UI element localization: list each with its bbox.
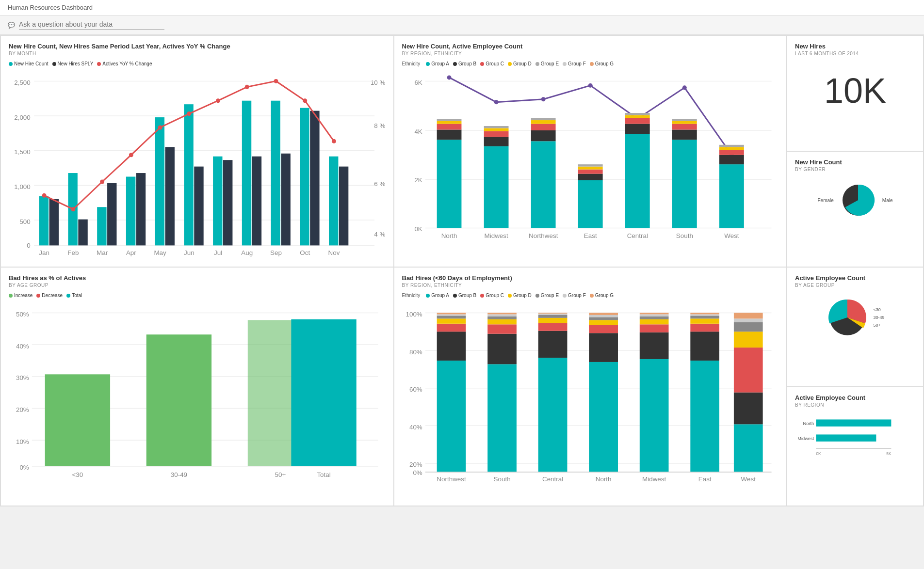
legend-label-yoy: Actives YoY % Change <box>102 61 152 66</box>
b5-mw-e <box>639 316 668 319</box>
card-new-hires-6m: New Hires LAST 6 MONTHS OF 2014 10K <box>787 36 923 151</box>
bar2-midwest-e <box>484 126 508 128</box>
yoy-dot-sep <box>274 79 278 83</box>
svg-text:West: West <box>724 232 739 239</box>
svg-text:West: West <box>741 476 756 483</box>
card-active-region: Active Employee Count BY REGION North Mi… <box>787 387 923 506</box>
bar-may-nh <box>155 117 164 245</box>
l2e-dot <box>535 62 539 66</box>
svg-text:Central: Central <box>542 476 563 483</box>
yoy-dot-apr <box>129 153 133 157</box>
b5-c-g <box>538 313 567 314</box>
svg-text:2,500: 2,500 <box>14 79 31 86</box>
yoy-dot-aug <box>245 85 249 89</box>
region-north-label: North <box>803 421 814 426</box>
svg-text:North: North <box>595 476 611 483</box>
legend-dot-new-hire <box>9 62 13 66</box>
svg-text:1,000: 1,000 <box>14 183 31 190</box>
bar2-east-a <box>578 180 602 228</box>
b5-e-e <box>690 316 719 319</box>
l5a-label: Group A <box>431 293 449 298</box>
bar2-north-d <box>437 121 461 124</box>
bar2-midwest-c <box>484 131 508 137</box>
card-bad-hires-60d: Bad Hires (<60 Days of Employment) BY RE… <box>394 268 787 506</box>
active-dot-east <box>588 83 592 88</box>
card4-legend: Increase Decrease Total <box>9 293 386 298</box>
card7-subtitle: BY AGE GROUP <box>795 283 915 288</box>
b5-nw-g <box>437 313 466 315</box>
svg-text:Jun: Jun <box>184 249 195 256</box>
chart8-svg: North Midwest 0K 5K <box>795 412 915 462</box>
l2b-dot <box>453 62 457 66</box>
bottom-right-panel: Active Employee Count BY AGE GROUP <30 3… <box>787 268 923 506</box>
legend2-e: Group E <box>535 61 559 66</box>
svg-text:100%: 100% <box>405 311 422 318</box>
l5g-label: Group G <box>595 293 614 298</box>
chart1-svg: 2,500 2,000 1,500 1,000 500 0 10 % 8 % 6… <box>9 70 386 258</box>
bar2-south-e <box>672 119 697 121</box>
svg-text:0%: 0% <box>413 469 422 476</box>
l2g-dot <box>590 62 594 66</box>
l5c-dot <box>480 294 484 298</box>
bar2-west-b <box>719 155 744 164</box>
card6-title: New Hire Count <box>795 158 915 166</box>
yoy-dot-jun <box>187 111 191 116</box>
legend2-c: Group C <box>480 61 504 66</box>
svg-text:Jul: Jul <box>214 249 222 256</box>
bar-aug-sply <box>252 157 261 246</box>
svg-text:East: East <box>698 476 711 483</box>
bar2-north-a <box>437 140 461 228</box>
b5-w-b <box>733 393 762 425</box>
legend-label-sply: New Hires SPLY <box>58 61 94 66</box>
l5g-dot <box>590 294 594 298</box>
card3-value: 10K <box>795 61 915 120</box>
card-new-hire-month: New Hire Count, New Hires Same Period La… <box>1 36 393 267</box>
svg-text:<30: <30 <box>72 472 83 479</box>
svg-text:South: South <box>493 476 510 483</box>
legend-new-hire: New Hire Count <box>9 61 49 66</box>
bar2-nw-d <box>531 120 555 124</box>
bar-feb-sply <box>78 220 87 246</box>
bar-nov-sply <box>339 167 348 246</box>
card-bad-hires-pct: Bad Hires as % of Actives BY AGE GROUP I… <box>1 268 393 506</box>
qa-bar: 💬 <box>0 16 924 35</box>
l5e-label: Group E <box>541 293 559 298</box>
yoy-dot-feb <box>71 207 75 211</box>
svg-text:Central: Central <box>627 232 648 239</box>
svg-text:20%: 20% <box>409 461 422 469</box>
qa-input[interactable] <box>19 20 164 30</box>
b5-c-b <box>538 331 567 358</box>
active-dot-south <box>682 85 686 90</box>
b5-nw-c <box>437 324 466 332</box>
bar-jan-nh <box>39 196 49 246</box>
b5-e-a <box>690 361 719 472</box>
l2d-label: Group D <box>513 61 532 66</box>
legend4-decrease: Decrease <box>36 293 63 298</box>
bar2-central-d <box>625 115 649 118</box>
svg-text:80%: 80% <box>409 348 422 356</box>
card6-subtitle: BY GENDER <box>795 167 915 172</box>
bar2-north-b <box>437 129 461 140</box>
svg-text:10 %: 10 % <box>371 79 386 86</box>
yoy-dot-mar <box>100 179 104 184</box>
qa-icon: 💬 <box>8 22 15 29</box>
legend4-total: Total <box>66 293 82 298</box>
card8-title: Active Employee Count <box>795 394 915 401</box>
legend-dot-yoy <box>97 62 101 66</box>
l4-increase-dot <box>9 294 13 298</box>
b5-nw-d <box>437 319 466 324</box>
b5-n-c <box>589 325 618 333</box>
svg-text:6K: 6K <box>414 79 422 86</box>
svg-text:South: South <box>676 232 693 239</box>
legend4-increase: Increase <box>9 293 32 298</box>
b5-s-c <box>487 325 517 334</box>
svg-text:Jan: Jan <box>39 249 49 256</box>
card-new-hire-region: New Hire Count, Active Employee Count BY… <box>394 36 787 267</box>
yoy-dot-jan <box>42 193 47 198</box>
b5-n-f <box>589 315 618 317</box>
svg-text:30%: 30% <box>16 375 29 382</box>
svg-text:May: May <box>154 249 166 256</box>
b5-nw-f <box>437 315 466 316</box>
b5-s-a <box>487 364 517 472</box>
card5-subtitle: BY REGION, ETHNICITY <box>402 283 779 288</box>
